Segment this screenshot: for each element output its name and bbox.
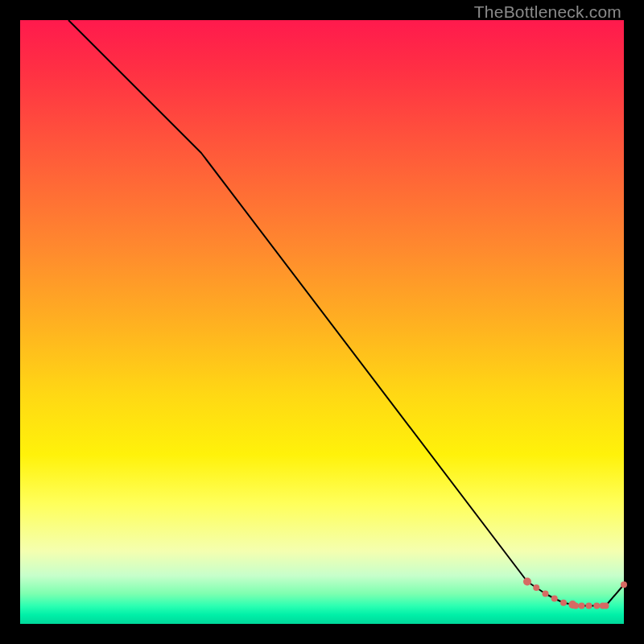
curve-markers [523,578,627,609]
marker-point [603,603,609,609]
marker-point [551,596,558,602]
watermark-text: TheBottleneck.com [474,2,621,22]
marker-point [579,603,585,609]
marker-point [586,603,592,609]
curve-path [68,20,624,606]
marker-point [560,600,567,606]
marker-point [572,603,579,609]
curve-line [68,20,624,606]
chart-overlay [20,20,624,624]
marker-point [621,581,627,588]
marker-point [533,584,539,591]
marker-point [523,578,531,586]
marker-point [543,591,549,597]
marker-point [593,603,600,609]
